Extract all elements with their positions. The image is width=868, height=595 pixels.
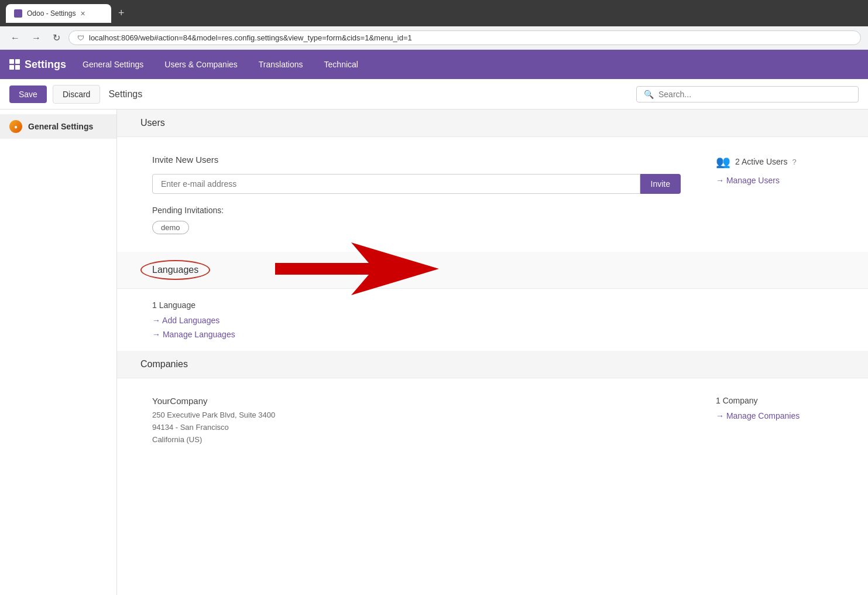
search-icon: 🔍 [644,90,654,99]
toolbar: Save Discard Settings 🔍 [0,79,868,110]
odoo-topbar: Settings General Settings Users & Compan… [0,50,868,79]
users-icon: 👥 [716,155,730,169]
languages-section-header: Languages [117,252,868,289]
manage-languages-link[interactable]: → Manage Languages [152,330,833,339]
odoo-logo[interactable]: Settings [9,59,66,71]
active-users-row: 👥 2 Active Users ? [716,155,833,169]
nav-users-companies[interactable]: Users & Companies [160,57,242,71]
nav-general-settings[interactable]: General Settings [78,57,148,71]
red-arrow-annotation [275,242,439,298]
help-icon[interactable]: ? [792,158,796,166]
sidebar-item-general-settings[interactable]: ● General Settings [0,114,116,139]
company-name: YourCompany [152,396,681,406]
languages-circle-label: Languages [140,260,210,280]
add-languages-link[interactable]: → Add Languages [152,316,833,325]
address-bar[interactable]: 🛡 localhost:8069/web#action=84&model=res… [68,30,861,45]
company-count: 1 Company [716,396,833,405]
companies-section-header: Companies [117,351,868,378]
sidebar: ● General Settings [0,110,117,595]
new-tab-button[interactable]: + [118,7,125,19]
discard-button[interactable]: Discard [53,85,100,104]
company-address-line3: California (US) [152,434,681,446]
content-area: Users Invite New Users Invite Pending In… [117,110,868,595]
company-address-line1: 250 Executive Park Blvd, Suite 3400 [152,409,681,422]
grid-icon [9,59,20,70]
back-button[interactable]: ← [7,30,23,46]
users-info: 👥 2 Active Users ? → Manage Users [716,155,833,234]
page-title: Settings [108,89,142,100]
address-text: localhost:8069/web#action=84&model=res.c… [89,33,412,42]
languages-header: Languages [140,260,845,280]
browser-chrome: Odoo - Settings × + [0,0,868,26]
active-users-count: 2 Active Users [735,157,787,166]
odoo-icon: ● [9,120,22,133]
lang-count: 1 Language [152,300,833,310]
sidebar-label-general: General Settings [28,122,93,131]
company-address: 250 Executive Park Blvd, Suite 3400 9413… [152,409,681,446]
tab-title: Odoo - Settings [27,9,76,18]
browser-tab[interactable]: Odoo - Settings × [6,4,111,23]
invite-title: Invite New Users [152,155,681,165]
nav-technical[interactable]: Technical [320,57,363,71]
search-input[interactable] [658,90,851,99]
tab-close-button[interactable]: × [80,9,85,18]
users-section-header: Users [117,110,868,137]
invite-block: Invite New Users Invite Pending Invitati… [152,155,681,234]
forward-button[interactable]: → [28,30,44,46]
manage-companies-link[interactable]: → Manage Companies [716,411,833,420]
users-section-content: Invite New Users Invite Pending Invitati… [117,137,868,252]
browser-nav: ← → ↻ 🛡 localhost:8069/web#action=84&mod… [0,26,868,50]
shield-icon: 🛡 [77,34,84,42]
email-input[interactable] [152,174,640,194]
nav-translations[interactable]: Translations [254,57,308,71]
refresh-button[interactable]: ↻ [49,30,64,46]
search-bar[interactable]: 🔍 [636,86,859,102]
invite-row: Invite [152,174,681,194]
pending-tag[interactable]: demo [152,221,189,234]
save-button[interactable]: Save [9,86,47,103]
app-name: Settings [25,59,66,71]
manage-users-link[interactable]: → Manage Users [716,176,833,185]
company-block: YourCompany 250 Executive Park Blvd, Sui… [152,396,681,446]
companies-section-content: YourCompany 250 Executive Park Blvd, Sui… [117,378,868,463]
companies-header-label: Companies [140,359,188,369]
users-header-label: Users [140,118,165,128]
languages-content: 1 Language → Add Languages → Manage Lang… [117,289,868,351]
pending-label: Pending Invitations: [152,206,681,215]
main-layout: ● General Settings Users Invite New User… [0,110,868,595]
invite-button[interactable]: Invite [640,174,681,194]
company-info: 1 Company → Manage Companies [716,396,833,446]
svg-marker-0 [275,242,439,295]
company-address-line2: 94134 - San Francisco [152,422,681,434]
